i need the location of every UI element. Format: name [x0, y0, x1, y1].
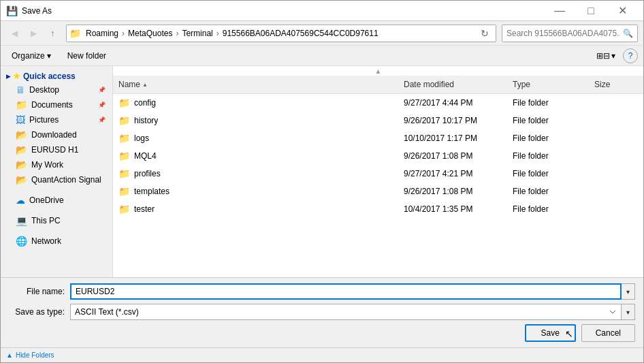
forward-button[interactable]: ▶ — [25, 25, 42, 42]
maximize-button[interactable]: □ — [575, 1, 607, 21]
file-cell-name: 📁 history — [113, 113, 398, 128]
file-cell-size — [589, 95, 643, 110]
nav-toolbar: ◀ ▶ ↑ 📁 Roaming › MetaQuotes › Terminal … — [1, 21, 643, 46]
view-arrow-icon: ▾ — [611, 51, 615, 61]
folder-icon: 📁 — [118, 151, 130, 161]
file-cell-type: File folder — [507, 184, 589, 199]
filename-dropdown-icon[interactable]: ▾ — [622, 283, 635, 300]
new-folder-button[interactable]: New folder — [62, 48, 112, 63]
sidebar-item-downloaded[interactable]: 📂 Downloaded — [2, 127, 111, 142]
pictures-icon: 🖼 — [16, 114, 25, 125]
filename-row: File name: ▾ — [9, 283, 635, 300]
scroll-up-indicator[interactable]: ▲ — [113, 66, 643, 76]
table-row[interactable]: 📁 profiles 9/27/2017 4:21 PM File folder — [113, 165, 643, 183]
minimize-button[interactable]: — — [544, 1, 575, 21]
file-cell-date: 9/26/2017 10:17 PM — [398, 113, 507, 128]
bottom-bar: File name: ▾ Save as type: ASCII Text (*… — [1, 277, 643, 347]
refresh-button[interactable]: ↻ — [477, 25, 493, 42]
close-button[interactable]: ✕ — [607, 1, 638, 21]
cancel-button[interactable]: Cancel — [581, 324, 635, 342]
file-cell-name: 📁 profiles — [113, 166, 398, 181]
file-cell-type: File folder — [507, 131, 589, 146]
thispc-icon: 💻 — [16, 215, 27, 226]
quick-access-header[interactable]: ▸ ★ Quick access — [1, 69, 112, 82]
file-cell-date: 10/4/2017 1:35 PM — [398, 202, 507, 217]
file-cell-type: File folder — [507, 95, 589, 110]
view-button[interactable]: ⊞⊟ ▾ — [592, 48, 620, 63]
table-row[interactable]: 📁 tester 10/4/2017 1:35 PM File folder — [113, 200, 643, 218]
sidebar-downloaded-label: Downloaded — [31, 130, 77, 140]
title-bar: 💾 Save As — □ ✕ — [1, 1, 643, 21]
folder-icon: 📁 — [118, 204, 130, 215]
help-button[interactable]: ? — [623, 48, 638, 63]
savetype-label: Save as type: — [9, 307, 70, 317]
table-row[interactable]: 📁 logs 10/10/2017 1:17 PM File folder — [113, 129, 643, 147]
sidebar-item-documents[interactable]: 📁 Documents 📌 — [2, 97, 111, 112]
sidebar-item-desktop[interactable]: 🖥 Desktop 📌 — [2, 82, 111, 97]
col-header-type[interactable]: Type — [507, 77, 589, 92]
col-date-label: Date modified — [404, 80, 454, 89]
file-cell-date: 9/26/2017 1:08 PM — [398, 184, 507, 199]
organize-button[interactable]: Organize ▾ — [6, 48, 57, 63]
breadcrumb-folder-icon: 📁 — [69, 28, 81, 39]
file-cell-name: 📁 config — [113, 95, 398, 110]
sidebar: ▸ ★ Quick access 🖥 Desktop 📌 📁 Documents… — [1, 66, 113, 277]
search-icon: 🔍 — [623, 29, 633, 38]
col-header-name[interactable]: Name ▲ — [113, 77, 398, 92]
file-cell-type: File folder — [507, 202, 589, 217]
organize-arrow-icon: ▾ — [47, 51, 51, 61]
second-toolbar: Organize ▾ New folder ⊞⊟ ▾ ? — [1, 46, 643, 66]
hide-folders-label[interactable]: Hide Folders — [16, 351, 54, 359]
breadcrumb-metaquotes[interactable]: MetaQuotes — [126, 28, 174, 39]
table-row[interactable]: 📁 config 9/27/2017 4:44 PM File folder — [113, 94, 643, 112]
filename-input[interactable] — [70, 283, 622, 300]
folder-icon: 📁 — [118, 186, 130, 197]
sidebar-item-thispc[interactable]: 💻 This PC — [2, 213, 111, 228]
col-header-date[interactable]: Date modified — [398, 77, 507, 92]
file-list-header: Name ▲ Date modified Type Size — [113, 76, 643, 94]
sidebar-item-onedrive[interactable]: ☁ OneDrive — [2, 193, 111, 208]
file-name: profiles — [134, 169, 161, 178]
up-button[interactable]: ↑ — [44, 25, 61, 42]
sidebar-item-eurusd[interactable]: 📂 EURUSD H1 — [2, 142, 111, 157]
file-cell-name: 📁 logs — [113, 131, 398, 146]
breadcrumb-roaming[interactable]: Roaming — [84, 28, 120, 39]
sidebar-documents-label: Documents — [31, 100, 73, 110]
table-row[interactable]: 📁 history 9/26/2017 10:17 PM File folder — [113, 112, 643, 129]
search-input[interactable] — [506, 29, 620, 38]
save-label: Save — [541, 328, 559, 338]
cursor-icon: ↖ — [565, 328, 573, 339]
file-cell-type: File folder — [507, 148, 589, 163]
file-cell-date: 9/26/2017 1:08 PM — [398, 148, 507, 163]
savetype-select[interactable]: ASCII Text (*.csv) — [70, 304, 622, 320]
file-name: logs — [134, 133, 149, 143]
window-title: Save As — [22, 6, 544, 16]
savetype-row: Save as type: ASCII Text (*.csv) ▾ — [9, 304, 635, 320]
filename-label: File name: — [9, 287, 70, 296]
sidebar-item-network[interactable]: 🌐 Network — [2, 234, 111, 249]
breadcrumb-terminal[interactable]: Terminal — [180, 28, 214, 39]
table-row[interactable]: 📁 templates 9/26/2017 1:08 PM File folde… — [113, 183, 643, 200]
file-list-area: ▲ Name ▲ Date modified Type Size — [113, 66, 643, 277]
sidebar-item-quantaction[interactable]: 📂 QuantAction Signal — [2, 172, 111, 187]
folder-icon: 📁 — [118, 97, 130, 108]
file-name: history — [134, 116, 158, 125]
file-rows-container: 📁 config 9/27/2017 4:44 PM File folder 📁… — [113, 94, 643, 218]
sidebar-item-mywork[interactable]: 📂 My Work — [2, 157, 111, 172]
table-row[interactable]: 📁 MQL4 9/26/2017 1:08 PM File folder — [113, 147, 643, 165]
pin-icon: 📌 — [98, 116, 106, 123]
sidebar-network-label: Network — [31, 236, 61, 246]
back-button[interactable]: ◀ — [6, 25, 22, 42]
col-header-size[interactable]: Size — [589, 77, 643, 92]
breadcrumb-guid[interactable]: 915566BA06ADA407569C544CC0D97611 — [221, 28, 381, 39]
status-bar: ▲ Hide Folders — [1, 347, 643, 362]
pin-icon: 📌 — [98, 86, 106, 93]
file-cell-size — [589, 184, 643, 199]
search-bar[interactable]: 🔍 — [502, 25, 638, 42]
collapse-arrow-icon: ▲ — [6, 351, 13, 359]
sidebar-item-pictures[interactable]: 🖼 Pictures 📌 — [2, 112, 111, 127]
save-button[interactable]: Save ↖ — [525, 324, 576, 342]
savetype-dropdown-icon[interactable]: ▾ — [622, 304, 635, 320]
form-actions: Save ↖ Cancel — [9, 324, 635, 342]
file-cell-name: 📁 tester — [113, 202, 398, 217]
